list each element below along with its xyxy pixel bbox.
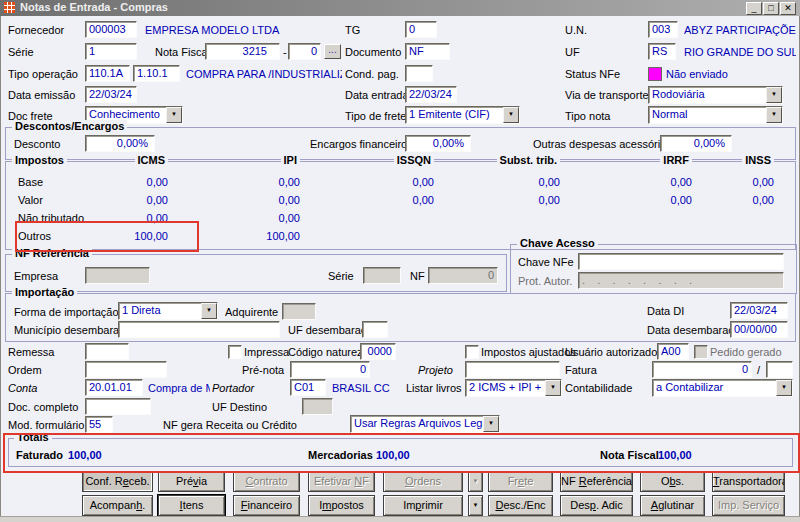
button-nf-referencia[interactable]: NF Referência [560,471,633,492]
chevron-down-icon[interactable]: ▼ [166,107,182,123]
projeto-label: Projeto [418,364,453,376]
button-desp-adic[interactable]: Desp. Adic [560,495,633,516]
button-aglutinar[interactable]: Aglutinar [640,495,705,516]
fatura-input[interactable]: 0 [652,361,752,378]
contabilidade-label: Contabilidade [565,382,632,394]
mod-formulario-label: Mod. formulário [8,419,84,431]
impostos-ajustados-label: Impostos ajustados [481,346,576,358]
chave-nfe-input[interactable] [578,253,784,270]
encargos-input[interactable]: 0,00% [405,135,471,152]
button-conf-receb[interactable]: Conf. Receb. [82,471,153,492]
chevron-down-icon[interactable]: ▼ [766,87,782,103]
data-entrada-input[interactable]: 22/03/24 [405,86,457,103]
button-imprimir-dropdown-icon[interactable]: ▼ [468,495,483,516]
impostos-column-ipi: IPI [281,154,300,166]
prot-autor-label: Prot. Autor. [518,275,572,287]
button-obs[interactable]: Obs. [640,471,705,492]
listar-livros-select[interactable]: 2 ICMS + IPI + ISS ▼ [465,379,562,397]
portador-desc: BRASIL CC [332,382,390,394]
usuario-autorizado-label: Usuário autorizado [565,346,657,358]
pre-nota-input[interactable]: 0 [290,361,370,378]
remessa-label: Remessa [8,346,54,358]
fornecedor-input[interactable]: 000003 [85,21,137,38]
maximize-icon[interactable]: □ [763,2,779,15]
chevron-down-icon[interactable]: ▼ [545,380,561,396]
button-previa[interactable]: Prévia [158,471,225,492]
button-transportadora[interactable]: Transportadora [712,471,785,492]
doc-completo-input[interactable] [85,398,151,415]
contabilidade-select[interactable]: a Contabilizar ▼ [652,379,793,397]
tipo-nota-select[interactable]: Normal ▼ [648,106,783,124]
faturado-value: 100,00 [68,449,102,461]
nf-gera-value: Usar Regras Arquivos Legais [354,417,496,429]
impostos-ajustados-checkbox[interactable] [465,345,479,359]
conta-desc: Compra de Ma [148,382,210,394]
outras-despesas-label: Outras despesas acessórias [533,138,672,150]
button-imprimir[interactable]: Imprimir [383,495,463,516]
button-frete: Frete [488,471,553,492]
nota-fiscal-total-label: Nota Fiscal [600,449,659,461]
projeto-input[interactable] [465,361,560,378]
un-name: ABYZ PARTICIPAÇÕES E [684,24,796,36]
codigo-natureza-input[interactable]: 0000 [360,343,396,360]
data-emissao-input[interactable]: 22/03/24 [85,86,137,103]
window-bottom-edge [0,516,800,522]
button-desc-enc[interactable]: Desc./Enc [488,495,553,516]
tipo-operacao-input2[interactable]: 1.10.1 [133,65,180,82]
documento-input[interactable]: NF [405,43,450,60]
impostos-column-irrf: IRRF [660,154,692,166]
minimize-icon[interactable]: _ [746,2,762,15]
chevron-down-icon[interactable]: ▼ [483,416,499,432]
ref-serie-input [363,267,401,284]
usuario-autorizado-input[interactable]: A00 [657,343,689,360]
pedido-gerado-label: Pedido gerado [710,346,782,358]
chevron-down-icon[interactable]: ▼ [776,380,792,396]
serie-label: Série [8,46,34,58]
via-transporte-select[interactable]: Rodoviária ▼ [648,86,783,104]
impostos-legend: Impostos [12,154,67,166]
mod-formulario-input[interactable]: 55 [85,416,113,433]
chevron-down-icon[interactable]: ▼ [503,107,519,123]
outros-ipi: 100,00 [230,230,300,242]
chevron-down-icon[interactable]: ▼ [766,107,782,123]
button-financeiro[interactable]: Financeiro [233,495,300,516]
outras-despesas-input[interactable]: 0,00% [660,135,732,152]
portador-input[interactable]: C01 [290,379,326,396]
valor-ipi: 0,00 [230,194,300,206]
forma-importacao-select[interactable]: 1 Direta ▼ [118,302,218,320]
un-input[interactable]: 003 [648,21,678,38]
nf-gera-select[interactable]: Usar Regras Arquivos Legais ▼ [350,415,500,433]
desconto-input[interactable]: 0,00% [85,135,155,152]
ordem-input[interactable] [85,361,167,378]
nota-fiscal-separator: - [283,46,287,58]
data-di-input[interactable]: 22/03/24 [730,302,788,319]
uf-input[interactable]: RS [648,43,676,60]
cond-pag-label: Cond. pag. [345,68,399,80]
button-itens[interactable]: Itens [158,495,225,516]
data-desembaraco-input[interactable]: 00/00/00 [730,321,788,338]
fatura-label: Fatura [565,364,597,376]
impressa-checkbox[interactable] [228,345,242,359]
nota-fiscal-sub-input[interactable]: 0 [288,43,321,60]
remessa-input[interactable] [85,343,129,360]
chevron-down-icon[interactable]: ▼ [201,303,217,319]
tipo-operacao-input1[interactable]: 110.1A [85,65,130,82]
button-acompanh[interactable]: Acompanh. [82,495,153,516]
cond-pag-input[interactable] [405,65,433,82]
data-emissao-label: Data emissão [8,89,75,101]
fatura-separator: / [757,364,760,376]
municipio-desembaraco-input[interactable] [118,321,280,338]
fatura-sub-input[interactable] [766,361,793,378]
totais-legend: Totais [14,431,52,443]
tipo-frete-select[interactable]: 1 Emitente (CIF) ▼ [405,106,520,124]
button-ordens-dropdown-icon: ▼ [468,471,483,492]
close-icon[interactable]: ✕ [780,2,796,15]
nota-fiscal-input[interactable]: 3215 [205,43,280,60]
button-impostos[interactable]: Impostos [308,495,375,516]
conta-input[interactable]: 20.01.01 [85,379,143,396]
tg-input[interactable]: 0 [405,21,437,38]
browse-icon[interactable]: ... [324,44,341,59]
serie-input[interactable]: 1 [85,43,137,60]
uf-desembaraco-input[interactable] [362,321,388,338]
impostos-column-issqn: ISSQN [394,154,434,166]
